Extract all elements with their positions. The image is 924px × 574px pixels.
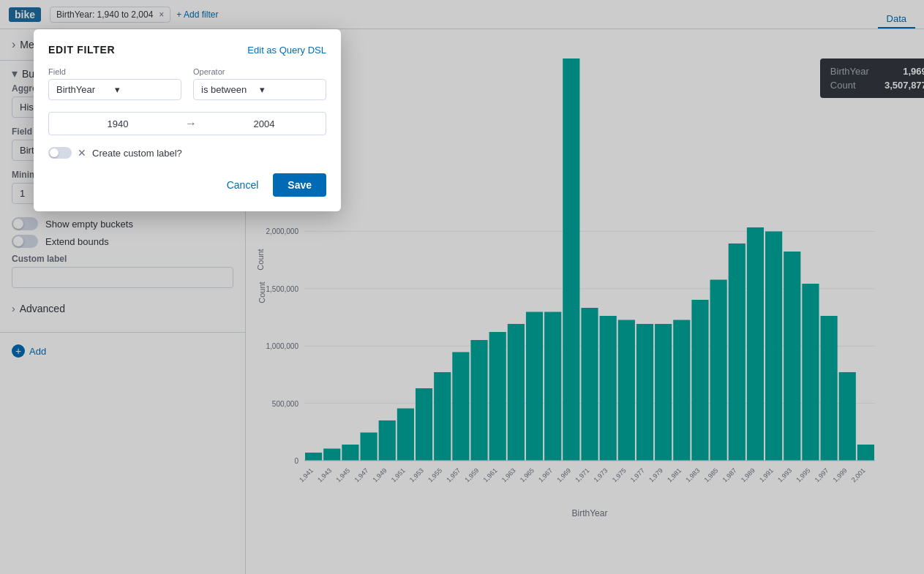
field-field-label: Field <box>48 67 181 76</box>
custom-label-toggle[interactable] <box>48 147 72 159</box>
chevron-down-icon-3: ▾ <box>115 84 173 95</box>
modal-fields: Field BirthYear ▾ Operator is between ▾ <box>48 67 326 100</box>
modal-field-operator: Operator is between ▾ <box>193 67 326 100</box>
operator-field-label: Operator <box>193 67 326 76</box>
edit-filter-modal: EDIT FILTER Edit as Query DSL Field Birt… <box>34 29 341 211</box>
custom-label-row: ✕ Create custom label? <box>48 147 326 159</box>
range-to-input[interactable] <box>203 118 326 129</box>
edit-query-dsl-link[interactable]: Edit as Query DSL <box>247 45 326 56</box>
chevron-down-icon-4: ▾ <box>260 84 318 95</box>
cancel-button[interactable]: Cancel <box>218 173 268 197</box>
modal-header: EDIT FILTER Edit as Query DSL <box>48 44 326 56</box>
custom-label-text: Create custom label? <box>92 148 182 159</box>
modal-overlay: EDIT FILTER Edit as Query DSL Field Birt… <box>0 0 924 574</box>
modal-field-field: Field BirthYear ▾ <box>48 67 181 100</box>
arrow-right-icon: → <box>185 117 197 130</box>
modal-actions: Cancel Save <box>48 173 326 197</box>
field-dropdown[interactable]: BirthYear ▾ <box>48 79 181 100</box>
operator-dropdown[interactable]: is between ▾ <box>193 79 326 100</box>
range-from-input[interactable] <box>56 118 179 129</box>
range-row: → <box>48 112 326 135</box>
modal-title: EDIT FILTER <box>48 44 115 56</box>
save-button[interactable]: Save <box>273 173 326 197</box>
x-icon: ✕ <box>78 147 86 159</box>
